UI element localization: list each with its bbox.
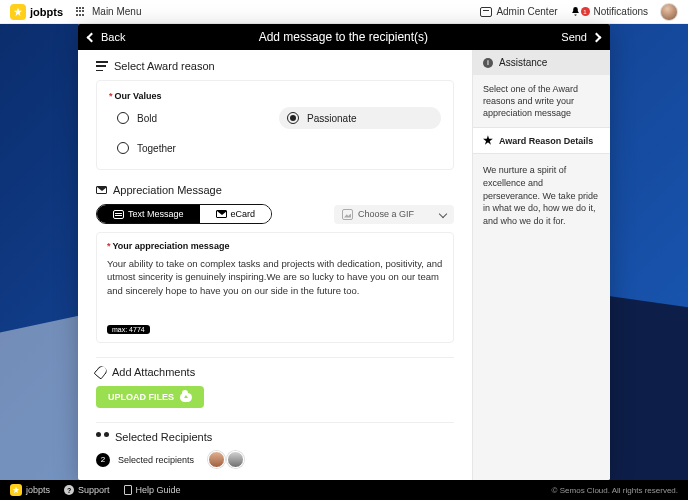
brand-logo-icon — [10, 4, 26, 20]
footer-help-link[interactable]: Help Guide — [124, 485, 181, 495]
recipients-section-label: Selected Recipients — [115, 431, 212, 443]
toggle-text-label: Text Message — [128, 209, 184, 219]
upload-label: UPLOAD FILES — [108, 392, 174, 402]
message-field-label: *Your appreciation message — [107, 241, 443, 251]
recipients-count-badge: 2 — [96, 453, 110, 467]
award-section-label: Select Award reason — [114, 60, 215, 72]
send-button[interactable]: Send — [561, 31, 600, 43]
app-topbar: jobpts Main Menu Admin Center 1 Notifica… — [0, 0, 688, 24]
award-option-label: Passionate — [307, 113, 356, 124]
notification-count-badge: 1 — [581, 7, 590, 16]
back-button[interactable]: Back — [88, 31, 125, 43]
list-icon — [96, 61, 108, 71]
toggle-text-message[interactable]: Text Message — [97, 205, 200, 223]
footer-brand[interactable]: jobpts — [10, 484, 50, 496]
footer-support-link[interactable]: ? Support — [64, 485, 110, 495]
brand-name: jobpts — [30, 6, 63, 18]
main-menu-link[interactable]: Main Menu — [92, 6, 141, 17]
chevron-right-icon — [592, 32, 602, 42]
message-type-toggle: Text Message eCard — [96, 204, 272, 224]
attachments-section-label: Add Attachments — [112, 366, 195, 378]
chat-icon — [113, 210, 124, 219]
send-label: Send — [561, 31, 587, 43]
award-option-together[interactable]: Together — [109, 137, 271, 159]
admin-center-label: Admin Center — [496, 6, 557, 17]
footer-copyright: © Semos Cloud. All rights reserved. — [552, 486, 678, 495]
bell-icon — [570, 6, 581, 17]
brand-logo-icon — [10, 484, 22, 496]
assistance-hint: Select one of the Award reasons and writ… — [473, 75, 610, 127]
message-textarea[interactable]: Your ability to take on complex tasks an… — [107, 257, 443, 317]
envelope-icon — [96, 186, 107, 194]
back-label: Back — [101, 31, 125, 43]
attachments-section-title: Add Attachments — [96, 366, 454, 378]
recipients-section-title: Selected Recipients — [96, 431, 454, 443]
info-icon: i — [483, 58, 493, 68]
toggle-ecard-label: eCard — [231, 209, 256, 219]
admin-center-link[interactable]: Admin Center — [480, 6, 557, 17]
award-section-title: Select Award reason — [96, 60, 454, 72]
radio-icon — [117, 142, 129, 154]
message-section-title: Appreciation Message — [96, 184, 454, 196]
document-icon — [124, 485, 132, 495]
message-card: Back Add message to the recipient(s) Sen… — [78, 24, 610, 480]
message-section-label: Appreciation Message — [113, 184, 222, 196]
app-footer: jobpts ? Support Help Guide © Semos Clou… — [0, 480, 688, 500]
notifications-link[interactable]: 1 Notifications — [570, 6, 648, 17]
char-count-badge: max: 4774 — [107, 325, 150, 334]
radio-icon — [287, 112, 299, 124]
toggle-ecard[interactable]: eCard — [200, 205, 272, 223]
gif-placeholder: Choose a GIF — [358, 209, 414, 219]
people-icon — [96, 432, 109, 442]
card-title: Add message to the recipient(s) — [125, 30, 561, 44]
gif-select[interactable]: Choose a GIF — [334, 205, 454, 224]
assistance-header: i Assistance — [473, 50, 610, 75]
award-option-label: Bold — [137, 113, 157, 124]
apps-grid-icon[interactable] — [75, 6, 86, 17]
notifications-label: Notifications — [594, 6, 648, 17]
award-details-body: We nurture a spirit of excellence and pe… — [473, 154, 610, 480]
radio-icon — [117, 112, 129, 124]
paperclip-icon — [93, 364, 108, 380]
main-column: Select Award reason *Our Values Bold Pas — [78, 50, 472, 480]
svg-marker-0 — [14, 7, 22, 15]
award-group-label: *Our Values — [109, 91, 441, 101]
help-icon: ? — [64, 485, 74, 495]
award-details-title: Award Reason Details — [499, 136, 593, 146]
recipients-label: Selected recipients — [118, 455, 194, 465]
user-avatar[interactable] — [660, 3, 678, 21]
divider — [96, 357, 454, 358]
award-details-header: ★ Award Reason Details — [473, 127, 610, 154]
chevron-down-icon — [439, 210, 447, 218]
cloud-upload-icon — [180, 393, 192, 402]
image-icon — [342, 209, 353, 220]
award-option-bold[interactable]: Bold — [109, 107, 271, 129]
assistance-sidebar: i Assistance Select one of the Award rea… — [472, 50, 610, 480]
recipient-avatar — [208, 451, 225, 468]
divider — [96, 422, 454, 423]
svg-marker-1 — [13, 487, 20, 494]
footer-brand-label: jobpts — [26, 485, 50, 495]
assistance-title: Assistance — [499, 57, 547, 68]
footer-support-label: Support — [78, 485, 110, 495]
upload-files-button[interactable]: UPLOAD FILES — [96, 386, 204, 408]
award-option-label: Together — [137, 143, 176, 154]
footer-help-label: Help Guide — [136, 485, 181, 495]
admin-center-icon — [480, 7, 492, 17]
card-header: Back Add message to the recipient(s) Sen… — [78, 24, 610, 50]
recipient-avatar — [227, 451, 244, 468]
chevron-left-icon — [87, 32, 97, 42]
recipients-row[interactable]: 2 Selected recipients — [96, 451, 454, 468]
award-option-passionate[interactable]: Passionate — [279, 107, 441, 129]
envelope-icon — [216, 210, 227, 218]
star-icon: ★ — [483, 134, 493, 147]
